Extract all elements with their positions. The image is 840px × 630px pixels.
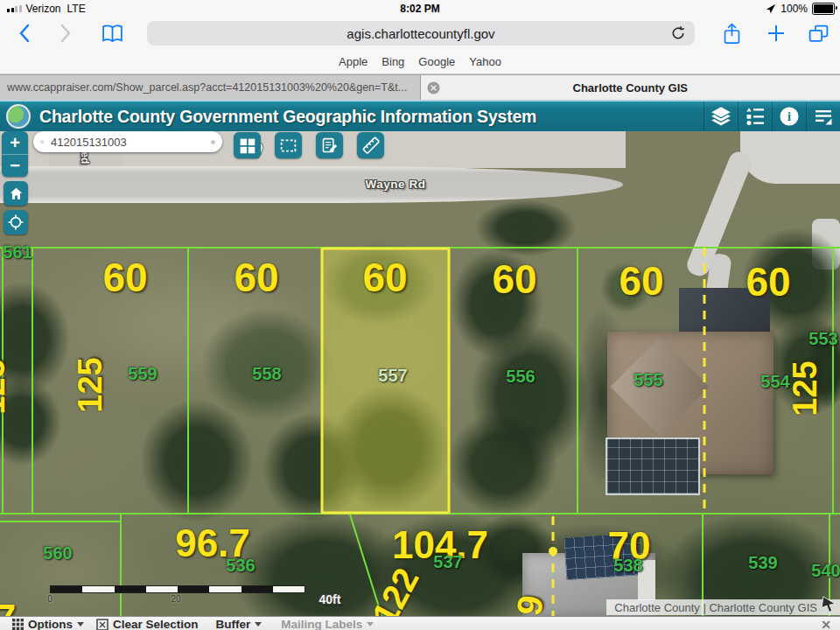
boxed-x-icon [96,619,108,630]
map-canvas[interactable]: Wayne Rd Red 60 60 60 60 60 60 125 125 1… [0,131,840,616]
gis-title: Charlotte County Government Geographic I… [39,107,536,127]
gis-header: Charlotte County Government Geographic I… [0,100,840,131]
lot-width-label: 60 [234,254,278,301]
legend-icon[interactable] [738,102,772,131]
scale-bar [50,585,305,593]
info-icon[interactable]: i [772,102,806,131]
new-tab-button[interactable] [766,24,786,43]
parcel-id-537: 537 [433,552,462,572]
lot-width-label: 60 [362,254,407,301]
scale-zero-label: 0 [47,594,52,604]
search-input[interactable] [49,135,206,150]
favorite-apple[interactable]: Apple [339,55,368,68]
grid-icon [238,136,256,155]
select-by-rectangle-button[interactable] [275,132,302,158]
ruler-icon [361,136,381,155]
parcel-id-536: 536 [226,556,255,576]
back-button[interactable] [9,24,38,43]
parcel-id-538: 538 [613,556,642,576]
bookmarks-button[interactable] [96,24,128,44]
clock: 8:02 PM [0,3,840,15]
share-button[interactable] [722,22,742,46]
lot-depth-label: 125 [787,360,824,416]
basemap-grid-button[interactable] [234,132,261,158]
search-icon [40,136,45,149]
tab-ccappraiser[interactable]: www.ccappraiser.com/Show_parcel.asp?acct… [0,75,421,100]
chevron-down-icon [367,622,374,626]
battery-percent: 100% [780,3,808,15]
parcel-search-box[interactable] [33,131,222,152]
street-label-wayne-rd: Wayne Rd [366,178,426,191]
options-grid-icon [12,619,24,630]
zoom-in-button[interactable]: + [2,131,28,155]
refresh-icon[interactable] [670,25,686,44]
tab-title: www.ccappraiser.com/Show_parcel.asp?acct… [0,81,407,94]
clear-selection-button[interactable]: Clear Selection [96,618,199,630]
note-pencil-icon [320,136,339,155]
parcel-id-554: 554 [760,372,789,392]
home-icon [8,186,24,202]
status-bar: Verizon LTE 8:02 PM 100% [0,0,840,18]
tab-charlotte-county-gis[interactable]: Charlotte County GIS [421,75,840,100]
buffer-label: Buffer [216,618,251,630]
clear-selection-label: Clear Selection [113,618,199,630]
home-extent-button[interactable] [4,181,28,206]
lot-width-label: 60 [492,256,536,303]
map-attribution: Charlotte County | Charlotte County GIS [606,599,840,615]
mailing-labels-label: Mailing Labels [281,618,362,630]
clear-search-icon[interactable] [211,136,215,149]
close-toolbar-icon[interactable]: ✕ [821,618,831,630]
crosshair-icon [7,214,24,231]
parcel-id-557-selected: 557 [378,366,407,386]
menu-icon[interactable] [806,102,840,131]
tabs-overview-button[interactable] [808,24,830,44]
options-menu[interactable]: Options [12,618,84,630]
svg-text:i: i [788,110,791,123]
forward-button[interactable] [51,24,80,43]
tab-title: Charlotte County GIS [421,81,840,94]
cursor-arrow-icon [818,594,840,616]
zoom-out-button[interactable]: − [2,155,28,178]
scale-end-label: 40ft [319,592,341,606]
charlotte-county-logo [6,104,31,129]
chevron-down-icon [77,622,84,626]
parcel-id-561: 561 [3,242,32,262]
parcel-id-553: 553 [808,329,837,349]
chevron-down-icon [255,622,262,626]
lot-dim-label: 7 [0,597,16,616]
favorite-google[interactable]: Google [418,55,455,68]
options-label: Options [28,618,73,630]
parcel-id-558: 558 [252,364,281,384]
scale-mid-label: 20 [171,594,180,604]
address-bar[interactable]: agis.charlottecountyfl.gov [147,21,695,46]
tab-bar: www.ccappraiser.com/Show_parcel.asp?acct… [0,74,840,100]
url-text: agis.charlottecountyfl.gov [346,26,494,41]
favorite-yahoo[interactable]: Yahoo [469,55,501,68]
layers-icon[interactable] [704,102,738,131]
location-arrow-icon [766,4,776,14]
measure-button[interactable] [357,132,384,158]
lot-depth-label: 125 [72,357,109,412]
parcel-id-556: 556 [506,367,535,387]
locate-me-button[interactable] [4,210,28,234]
battery-icon [812,3,835,15]
parcel-id-559: 559 [128,364,157,384]
parcel-id-555: 555 [634,370,662,390]
gis-bottom-toolbar: Options Clear Selection Buffer Mailing L… [0,616,840,630]
marquee-icon [279,136,298,155]
safari-toolbar: agis.charlottecountyfl.gov [0,18,840,49]
boundary-vertex-dot [549,547,557,556]
parcel-id-540: 540 [811,561,840,581]
mailing-labels-menu[interactable]: Mailing Labels [281,618,374,630]
buffer-menu[interactable]: Buffer [216,618,262,630]
zoom-control: + − [2,131,28,177]
notes-button[interactable] [316,132,343,158]
favorite-bing[interactable]: Bing [382,55,404,68]
ipad-screen: { "status_bar": {"carrier":"Verizon","ne… [0,0,840,630]
lot-depth-label: 125 [0,359,12,414]
lot-width-label: 60 [619,257,663,304]
lot-width-label: 60 [746,258,790,305]
close-tab-icon[interactable] [427,81,440,94]
favorites-bar: Apple Bing Google Yahoo [0,49,840,74]
parcel-id-560: 560 [43,543,72,564]
